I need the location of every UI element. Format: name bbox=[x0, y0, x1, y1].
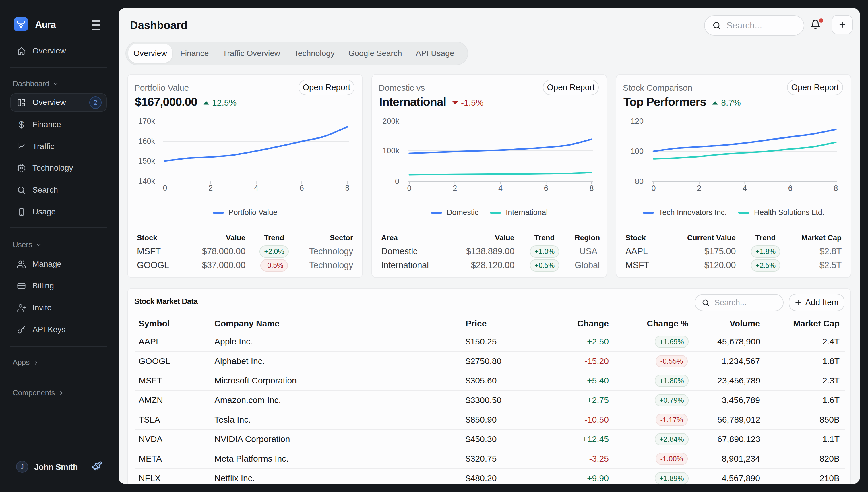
svg-text:160k: 160k bbox=[138, 137, 155, 146]
svg-text:6: 6 bbox=[788, 184, 793, 193]
svg-text:0: 0 bbox=[395, 177, 399, 186]
svg-text:2: 2 bbox=[208, 184, 213, 192]
svg-text:200k: 200k bbox=[382, 117, 399, 125]
svg-text:0: 0 bbox=[163, 184, 167, 192]
svg-text:4: 4 bbox=[498, 184, 503, 193]
svg-text:170k: 170k bbox=[138, 117, 155, 125]
svg-text:150k: 150k bbox=[138, 157, 155, 165]
svg-text:100: 100 bbox=[630, 147, 644, 155]
svg-text:6: 6 bbox=[544, 184, 548, 193]
svg-text:8: 8 bbox=[589, 184, 594, 193]
svg-text:4: 4 bbox=[254, 184, 258, 192]
svg-text:4: 4 bbox=[743, 184, 747, 193]
svg-text:6: 6 bbox=[300, 184, 304, 192]
svg-text:140k: 140k bbox=[138, 177, 155, 186]
svg-text:0: 0 bbox=[407, 184, 411, 193]
svg-text:2: 2 bbox=[453, 184, 457, 193]
svg-text:120: 120 bbox=[630, 117, 644, 125]
svg-text:80: 80 bbox=[635, 177, 644, 186]
svg-text:8: 8 bbox=[345, 184, 349, 192]
svg-text:100k: 100k bbox=[382, 146, 399, 155]
svg-text:8: 8 bbox=[834, 184, 838, 193]
svg-text:0: 0 bbox=[651, 184, 655, 193]
svg-text:2: 2 bbox=[697, 184, 701, 193]
